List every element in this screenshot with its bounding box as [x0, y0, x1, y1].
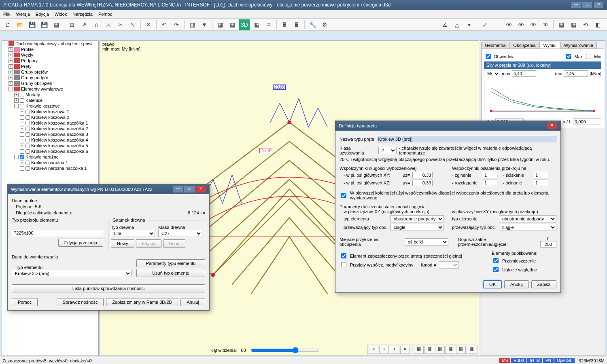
close-button[interactable]: ✕	[547, 123, 557, 129]
menu-pomoc[interactable]: Pomoc	[98, 12, 112, 17]
tree-checkbox[interactable]	[20, 93, 24, 97]
tension-field[interactable]	[483, 180, 497, 186]
tool-icon[interactable]: ⤢	[480, 19, 490, 30]
tree-item[interactable]: Grupy podpór	[21, 75, 48, 80]
tree-checkbox[interactable]	[25, 166, 30, 171]
save-as-icon[interactable]: 💾	[39, 19, 49, 30]
tree-item[interactable]: Krokiew narożna naczółka 1	[31, 166, 87, 171]
min-value-field[interactable]	[564, 70, 588, 77]
obwiednia-checkbox[interactable]	[486, 54, 491, 59]
save-icon[interactable]: 💾	[27, 19, 37, 30]
tool-icon[interactable]: ▦	[227, 19, 238, 30]
close-button[interactable]: ✕	[195, 186, 206, 193]
tree-item[interactable]: Profile	[21, 47, 34, 52]
x-l-field[interactable]	[573, 119, 601, 125]
nav-icon[interactable]: ▦	[456, 346, 466, 354]
type-name-field[interactable]	[377, 136, 556, 142]
close-button[interactable]: ✕	[593, 2, 604, 8]
delete-type-button[interactable]: Usuń typ elementu	[136, 269, 205, 277]
tool-icon[interactable]: ▥	[187, 19, 197, 30]
element-type-select[interactable]: Krokiew 3D (proj)	[12, 270, 132, 277]
tree-item[interactable]: Kalenice	[25, 98, 42, 103]
load-type-select[interactable]: ciągłe	[391, 224, 444, 231]
tree-checkbox[interactable]	[25, 138, 30, 142]
tree-item[interactable]: Krokwie koszowe	[25, 104, 60, 108]
tree-checkbox[interactable]	[25, 149, 30, 154]
deflection-field[interactable]	[540, 241, 556, 248]
eye-icon[interactable]: 👁	[516, 19, 526, 30]
tab-wymiarowanie[interactable]: Wymiarowanie	[560, 42, 597, 49]
section-field[interactable]	[12, 230, 103, 236]
save-changes-button[interactable]: Zapisz zmiany w Rama 3D/2D	[106, 298, 178, 306]
tree-checkbox[interactable]	[25, 132, 30, 137]
check-capacity-button[interactable]: Sprawdź nośność	[57, 298, 104, 306]
muy-field[interactable]	[412, 180, 433, 186]
3d-icon[interactable]: 3D	[239, 19, 250, 30]
wood-class-select[interactable]: C27	[158, 230, 202, 237]
tree-checkbox[interactable]	[25, 161, 30, 165]
nav-button[interactable]: ‹	[379, 346, 389, 354]
new-button[interactable]: Nowy	[111, 239, 134, 248]
tree-item[interactable]: Krokiew koszowa naczółka 1	[31, 121, 88, 125]
tree-root[interactable]: Dach wielopołaciowy - obciążenie powi	[15, 41, 92, 46]
min-checkbox[interactable]	[586, 54, 591, 59]
grid-icon[interactable]: ▦	[568, 19, 579, 30]
table-icon[interactable]: ▦	[251, 19, 262, 30]
eye-icon[interactable]: 👁	[528, 19, 539, 30]
nav-icon[interactable]: ▦	[424, 346, 434, 354]
load-location-select[interactable]: oś belki	[405, 238, 448, 245]
load-type-select-xy[interactable]: ciągłe	[499, 224, 556, 231]
tool-icon[interactable]: ▾	[464, 19, 474, 30]
support-type-select-xy[interactable]: obustronnie podparty	[499, 215, 556, 222]
tree-item[interactable]: Węzły	[21, 53, 33, 57]
minimize-button[interactable]: —	[571, 2, 581, 8]
tree-item[interactable]: Krokiew koszowa 2	[31, 115, 69, 120]
new-file-icon[interactable]: 🗋	[2, 19, 13, 30]
nav-button[interactable]: »	[400, 346, 410, 354]
tool-icon[interactable]: ▦	[51, 19, 62, 30]
cancel-button[interactable]: Anuluj	[504, 280, 529, 288]
usage-class-select[interactable]: 2	[378, 147, 397, 154]
ok-button[interactable]: OK	[483, 280, 502, 288]
tree-checkbox[interactable]	[20, 98, 24, 103]
nav-button[interactable]: ›	[390, 346, 399, 354]
wood-type-select[interactable]: Lite	[111, 230, 155, 237]
nav-icon[interactable]: ▦	[467, 346, 476, 354]
priority-checkbox[interactable]	[341, 193, 346, 198]
save-button[interactable]: Zapisz	[531, 280, 556, 288]
tool-icon[interactable]: ≡	[263, 19, 274, 30]
tool-icon[interactable]: ↗	[79, 19, 89, 30]
bending-field[interactable]	[483, 172, 497, 178]
tool-icon[interactable]: ⚙	[319, 19, 330, 30]
tree-item[interactable]: Murłaty	[25, 92, 40, 97]
tree-checkbox[interactable]	[20, 155, 24, 159]
minimize-button[interactable]: —	[173, 186, 183, 193]
tree-item[interactable]: Krokiew narożna 1	[31, 160, 68, 165]
tool-icon[interactable]: ⩙	[103, 19, 114, 30]
tool-icon[interactable]: ▦	[215, 19, 225, 30]
tab-geometria[interactable]: Geometria	[481, 42, 509, 49]
filter-icon[interactable]: ▼	[199, 19, 210, 30]
nav-icon[interactable]: ▦	[446, 346, 455, 354]
tree-checkbox[interactable]	[20, 104, 24, 108]
calc-icon[interactable]: 🖩	[291, 19, 302, 30]
menu-plik[interactable]: Plik	[3, 12, 11, 17]
shear-field[interactable]	[534, 180, 548, 186]
tree-item[interactable]: Krokiew koszowa naczółka 3	[31, 132, 88, 137]
menu-wersja[interactable]: Wersja	[16, 12, 30, 17]
maximize-button[interactable]: ▭	[184, 186, 195, 193]
nav-button[interactable]: «	[369, 346, 378, 354]
tree-item[interactable]: Grupy prętów	[21, 70, 48, 74]
tree-item[interactable]: Krokiew koszowa naczółka 5	[31, 143, 88, 148]
calc-icon[interactable]: 🖩	[279, 19, 290, 30]
refresh-icon[interactable]: ⟲	[580, 19, 591, 30]
compression-field[interactable]	[534, 172, 548, 178]
element-params-button[interactable]: Parametry typu elementu	[136, 259, 205, 267]
tab-wyniki[interactable]: Wyniki	[539, 42, 560, 49]
settings-icon[interactable]: 🔧	[307, 19, 318, 30]
eye-icon[interactable]: 👁	[504, 19, 514, 30]
component-select[interactable]: My	[484, 70, 500, 77]
support-type-select[interactable]: obustronnie podparty	[391, 215, 444, 222]
maximize-button[interactable]: ▭	[582, 2, 592, 8]
angle-slider[interactable]	[251, 347, 320, 353]
